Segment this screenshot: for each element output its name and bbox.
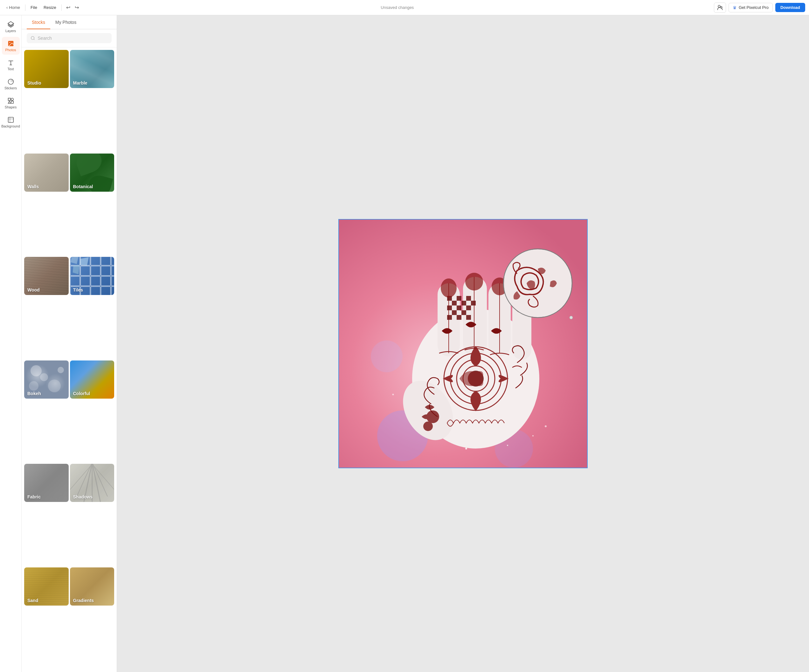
stock-label-bokeh: Bokeh	[27, 391, 41, 396]
resize-button[interactable]: Resize	[41, 4, 59, 11]
svg-point-72	[569, 316, 573, 319]
stickers-label: Stickers	[5, 86, 17, 90]
svg-rect-53	[471, 301, 476, 305]
topbar: ‹ Home File Resize ↩ ↪ Unsaved changes ♛…	[0, 0, 809, 15]
tab-my-photos[interactable]: My Photos	[50, 15, 81, 29]
henna-hand-illustration	[339, 220, 587, 468]
canvas-frame[interactable]	[338, 219, 587, 468]
sidebar-item-stickers[interactable]: Stickers	[2, 75, 20, 93]
crown-icon: ♛	[733, 5, 737, 10]
canvas-area	[117, 15, 809, 672]
svg-point-66	[465, 273, 483, 290]
bokeh-circle-2	[40, 373, 48, 381]
stocks-grid: Studio Marble Walls Botanical Wood	[22, 47, 117, 672]
stock-item-botanical[interactable]: Botanical	[70, 154, 114, 192]
divider	[25, 5, 25, 11]
sidebar-item-shapes[interactable]: Shapes	[2, 94, 20, 112]
svg-marker-11	[8, 101, 10, 103]
svg-point-73	[465, 447, 467, 449]
stock-item-marble[interactable]: Marble	[70, 50, 114, 88]
icon-sidebar: Layers Photos Text Stickers	[0, 15, 22, 672]
svg-point-1	[721, 7, 722, 8]
users-button[interactable]	[714, 3, 726, 13]
stock-label-tiles: Tiles	[73, 287, 83, 292]
download-button[interactable]: Download	[775, 3, 805, 12]
topbar-right: ♛ Get Pixelcut Pro Download	[714, 3, 805, 13]
sidebar-item-text[interactable]: Text	[2, 56, 20, 74]
home-label: Home	[9, 5, 20, 10]
stock-item-shadows[interactable]: Shadows	[70, 464, 114, 502]
home-button[interactable]: ‹ Home	[4, 4, 23, 11]
pro-button[interactable]: ♛ Get Pixelcut Pro	[728, 3, 773, 12]
divider	[61, 5, 62, 11]
svg-line-17	[34, 39, 35, 40]
stock-item-sand[interactable]: Sand	[24, 567, 69, 605]
stock-label-wood: Wood	[27, 287, 40, 292]
stock-item-fabric[interactable]: Fabric	[24, 464, 69, 502]
svg-rect-9	[8, 98, 10, 100]
svg-point-64	[423, 422, 433, 431]
stock-label-marble: Marble	[73, 80, 87, 85]
svg-line-25	[77, 464, 92, 496]
stickers-icon	[7, 78, 14, 85]
svg-point-34	[371, 340, 403, 372]
svg-point-77	[545, 425, 547, 427]
pro-label: Get Pixelcut Pro	[739, 5, 769, 10]
layers-icon	[7, 21, 14, 28]
svg-rect-58	[462, 310, 466, 315]
stock-item-bokeh[interactable]: Bokeh	[24, 360, 69, 399]
stock-item-colorful[interactable]: Colorful	[70, 360, 114, 399]
background-label: Background	[1, 124, 20, 128]
users-icon	[717, 5, 723, 11]
svg-point-4	[9, 42, 10, 43]
bokeh-circle-3	[29, 381, 39, 390]
stock-label-shadows: Shadows	[73, 494, 92, 499]
stock-item-wood[interactable]: Wood	[24, 257, 69, 295]
sidebar-item-background[interactable]: Background	[2, 113, 20, 131]
panel-tabs: Stocks My Photos	[22, 15, 117, 29]
search-icon	[30, 35, 35, 41]
stock-item-walls[interactable]: Walls	[24, 154, 69, 192]
stock-label-gradients: Gradients	[73, 598, 94, 603]
panel: Stocks My Photos Studio Marble Walls	[22, 15, 117, 672]
photos-label: Photos	[5, 48, 16, 52]
stock-label-fabric: Fabric	[27, 494, 41, 499]
svg-rect-13	[8, 117, 13, 122]
text-icon	[7, 59, 14, 66]
svg-rect-51	[452, 301, 457, 305]
stock-item-tiles[interactable]: Tiles	[70, 257, 114, 295]
svg-rect-56	[466, 305, 471, 310]
svg-point-65	[441, 278, 457, 298]
svg-point-74	[507, 445, 508, 446]
shapes-icon	[7, 97, 14, 104]
svg-rect-57	[452, 310, 457, 315]
redo-button[interactable]: ↪	[73, 3, 81, 12]
file-button[interactable]: File	[28, 4, 40, 11]
stock-label-botanical: Botanical	[73, 184, 93, 189]
svg-rect-12	[11, 101, 13, 103]
undo-redo-group: ↩ ↪	[64, 3, 81, 12]
undo-button[interactable]: ↩	[64, 3, 72, 12]
topbar-center: Unsaved changes	[83, 5, 712, 10]
back-arrow-icon: ‹	[7, 5, 8, 10]
sidebar-item-layers[interactable]: Layers	[2, 18, 20, 35]
topbar-left: ‹ Home File Resize ↩ ↪	[4, 3, 81, 12]
stock-label-studio: Studio	[27, 80, 41, 85]
svg-rect-61	[466, 315, 471, 320]
svg-rect-49	[457, 296, 462, 301]
canvas-content	[339, 220, 587, 468]
stock-item-gradients[interactable]: Gradients	[70, 567, 114, 605]
main-layout: Layers Photos Text Stickers	[0, 15, 809, 672]
background-icon	[7, 116, 14, 123]
stock-item-studio[interactable]: Studio	[24, 50, 69, 88]
svg-rect-55	[457, 305, 462, 310]
tab-stocks[interactable]: Stocks	[27, 15, 50, 29]
svg-point-10	[11, 98, 13, 100]
layers-label: Layers	[5, 29, 16, 33]
svg-point-16	[31, 37, 34, 40]
sidebar-item-photos[interactable]: Photos	[2, 37, 20, 55]
bokeh-circle-4	[57, 367, 64, 373]
svg-rect-54	[447, 305, 452, 310]
search-input[interactable]	[38, 35, 108, 41]
svg-line-24	[92, 464, 101, 502]
